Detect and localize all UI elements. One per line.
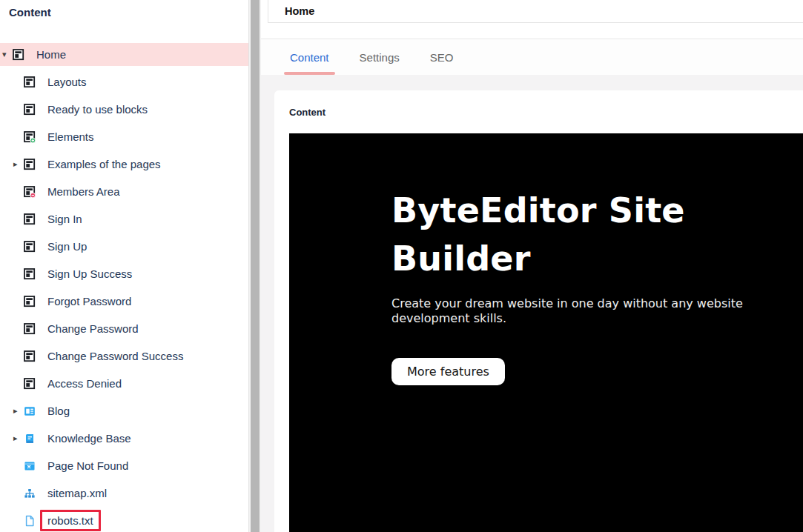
page-dark-icon (24, 268, 36, 280)
annotation-box: robots.txt (40, 510, 101, 531)
page-dark-icon (24, 378, 36, 390)
sidebar-scrollbar[interactable] (249, 0, 261, 532)
book-blue-icon (24, 433, 36, 445)
page-dark-icon (24, 296, 36, 307)
tree-item-label: Sign Up (47, 240, 87, 253)
hero-preview: ByteEditor Site Builder Create your drea… (289, 133, 803, 532)
tab-content[interactable]: Content (284, 39, 335, 75)
tree-item-access-denied[interactable]: Access Denied (0, 372, 248, 395)
page-dark-icon (24, 76, 36, 88)
tree-item-label: Elements (47, 130, 94, 143)
sidebar-title: Content (9, 6, 51, 19)
tree-item-label: Forgot Password (47, 295, 131, 307)
page-dark-icon (24, 350, 36, 362)
tree-item-blog[interactable]: ▸ Blog (0, 399, 248, 422)
tree-item-change-password[interactable]: Change Password (0, 317, 248, 340)
tree-item-label: Change Password (47, 322, 139, 335)
page-tree: ▾ Home Layouts Ready to use blocks Eleme… (0, 43, 248, 532)
tree-item-forgot-password[interactable]: Forgot Password (0, 290, 248, 313)
tree-item-sitemap-xml[interactable]: sitemap.xml (0, 482, 248, 505)
page-dark-icon (24, 213, 36, 225)
hero-heading: ByteEditor Site Builder (391, 187, 762, 284)
tree-item-label: Members Area (47, 185, 120, 198)
tree-item-label: Examples of the pages (47, 158, 161, 170)
tree-item-label: Home (36, 48, 66, 61)
more-features-button[interactable]: More features (391, 358, 505, 385)
tree-item-layouts[interactable]: Layouts (0, 70, 248, 93)
tree-item-label: Sign In (47, 213, 82, 225)
tree-item-ready-to-use-blocks[interactable]: Ready to use blocks (0, 98, 248, 121)
main-panel: Home Content Settings SEO Content ByteEd… (261, 0, 803, 532)
tree-item-examples-of-the-pages[interactable]: ▸ Examples of the pages (0, 153, 248, 176)
tree-item-label: Sign Up Success (47, 267, 132, 280)
page-dark-icon (24, 104, 36, 116)
tree-item-knowledge-base[interactable]: ▸ Knowledge Base (0, 427, 248, 450)
tree-item-label: Change Password Success (47, 350, 183, 362)
caret-right-icon[interactable]: ▸ (13, 407, 24, 415)
file-blue-icon (24, 515, 36, 527)
scrollbar-thumb[interactable] (251, 0, 260, 532)
tree-item-sign-in[interactable]: Sign In (0, 207, 248, 230)
page-title: Home (285, 5, 314, 17)
tree-item-page-not-found[interactable]: Page Not Found (0, 454, 248, 477)
hero-description: Create your dream website in one day wit… (391, 296, 762, 327)
tree-item-members-area[interactable]: Members Area (0, 180, 248, 203)
tree-item-label: Layouts (47, 76, 87, 88)
sitemap-blue-icon (24, 488, 36, 499)
tree-item-label: Access Denied (47, 377, 122, 390)
content-card: Content ByteEditor Site Builder Create y… (274, 90, 803, 532)
tree-item-sign-up-success[interactable]: Sign Up Success (0, 262, 248, 285)
page-dark-icon (24, 241, 36, 253)
tree-item-robots-txt[interactable]: robots.txt (0, 509, 248, 532)
tree-item-label: Page Not Found (47, 459, 128, 472)
content-area: Content ByteEditor Site Builder Create y… (261, 75, 803, 532)
tree-item-sign-up[interactable]: Sign Up (0, 235, 248, 258)
tab-settings[interactable]: Settings (354, 39, 406, 75)
tree-item-label: sitemap.xml (47, 487, 107, 499)
page-dark-minus-icon (24, 186, 36, 198)
tree-item-label: Ready to use blocks (47, 103, 148, 116)
sidebar: Content ▾ Home Layouts Ready to use bloc… (0, 0, 249, 532)
breadcrumb-bar: Home (268, 0, 803, 23)
tab-seo[interactable]: SEO (424, 39, 460, 75)
caret-right-icon[interactable]: ▸ (13, 160, 24, 168)
page-dark-icon (24, 159, 36, 170)
page-dark-plus-icon (24, 131, 36, 143)
tree-item-elements[interactable]: Elements (0, 125, 248, 148)
newspaper-blue-icon (24, 405, 36, 417)
tree-item-label: Knowledge Base (47, 432, 131, 445)
window-x-blue-icon (24, 460, 36, 472)
divider (261, 23, 803, 39)
page-dark-icon (13, 49, 24, 61)
caret-down-icon[interactable]: ▾ (2, 50, 13, 59)
tree-item-label: Blog (47, 405, 70, 417)
tab-bar: Content Settings SEO (261, 39, 803, 75)
page-dark-icon (24, 323, 36, 335)
tree-item-change-password-success[interactable]: Change Password Success (0, 345, 248, 368)
tree-item-home[interactable]: ▾ Home (0, 43, 248, 66)
content-section-label: Content (289, 107, 803, 118)
caret-right-icon[interactable]: ▸ (13, 434, 24, 442)
